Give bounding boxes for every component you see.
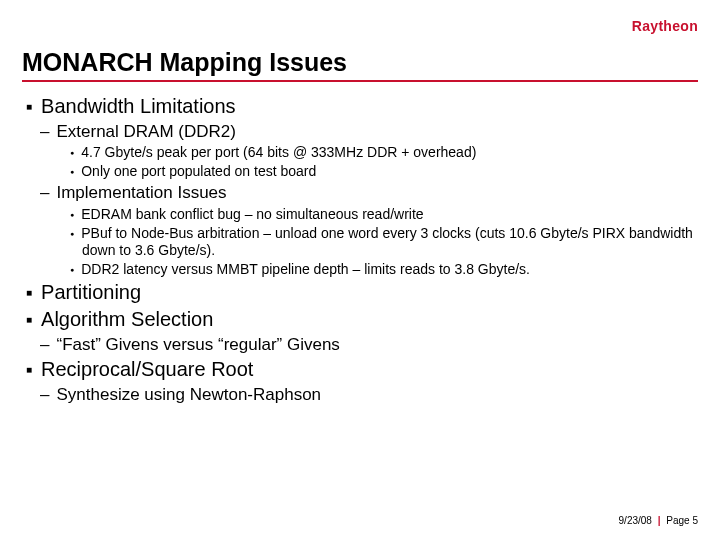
detail-item: Only one port populated on test board [70, 163, 698, 180]
subbullet-newton-raphson: Synthesize using Newton-Raphson [40, 384, 698, 405]
detail-item: 4.7 Gbyte/s peak per port (64 bits @ 333… [70, 144, 698, 161]
detail-item: PBuf to Node-Bus arbitration – unload on… [70, 225, 698, 259]
bullet-reciprocal: Reciprocal/Square Root [26, 357, 698, 382]
title-underline [22, 80, 698, 82]
footer-date: 9/23/08 [619, 515, 652, 526]
subbullet-external-dram: External DRAM (DDR2) [40, 121, 698, 142]
slide-footer: 9/23/08 | Page 5 [619, 515, 698, 526]
subbullet-implementation: Implementation Issues [40, 182, 698, 203]
bullet-algorithm-selection: Algorithm Selection [26, 307, 698, 332]
footer-page: Page 5 [666, 515, 698, 526]
brand-logo: Raytheon [632, 18, 698, 34]
bullet-partitioning: Partitioning [26, 280, 698, 305]
detail-item: EDRAM bank conflict bug – no simultaneou… [70, 206, 698, 223]
slide-content: Bandwidth Limitations External DRAM (DDR… [22, 92, 698, 405]
footer-separator: | [658, 515, 661, 526]
bullet-bandwidth: Bandwidth Limitations [26, 94, 698, 119]
subbullet-givens: “Fast” Givens versus “regular” Givens [40, 334, 698, 355]
detail-item: DDR2 latency versus MMBT pipeline depth … [70, 261, 698, 278]
slide-title: MONARCH Mapping Issues [22, 48, 347, 77]
